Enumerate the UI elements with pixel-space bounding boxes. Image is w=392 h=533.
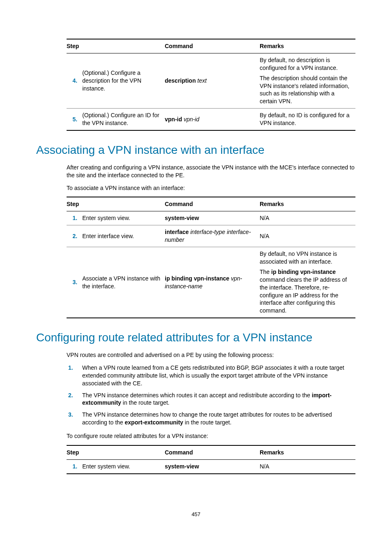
list-item: The VPN instance determines which routes… [80,392,356,407]
remarks-text: By default, no VPN instance is associate… [260,247,355,318]
table-route-attributes: Step Command Remarks 1. Enter system vie… [67,445,355,474]
command-text: vpn-id vpn-id [165,109,260,130]
list-item: When a VPN route learned from a CE gets … [80,364,356,387]
step-text: Associate a VPN instance with the interf… [82,247,165,318]
th-remarks: Remarks [260,197,355,211]
step-number: 2. [67,225,82,247]
heading-configuring-route-attr: Configuring route related attributes for… [36,330,356,345]
th-remarks: Remarks [260,445,355,459]
paragraph-lead: To associate a VPN instance with an inte… [67,184,356,192]
ordered-list-process: When a VPN route learned from a CE gets … [67,364,356,426]
remarks-text: By default, no ID is configured for a VP… [260,109,355,130]
step-number: 4. [67,53,82,108]
table-row: 3. Associate a VPN instance with the int… [67,247,355,318]
step-text: (Optional.) Configure a description for … [82,53,165,108]
remarks-text: N/A [260,459,355,473]
paragraph: After creating and configuring a VPN ins… [67,164,356,179]
list-item: The VPN instance determines how to chang… [80,411,356,426]
step-number: 1. [67,459,82,473]
page: Step Command Remarks 4. (Optional.) Conf… [0,0,392,533]
command-text: system-view [165,459,260,473]
page-number: 457 [0,511,392,518]
remarks-text: By default, no description is configured… [260,53,355,108]
remarks-text: N/A [260,225,355,247]
th-command: Command [165,197,260,211]
table-row: 1. Enter system view. system-view N/A [67,459,355,473]
th-remarks: Remarks [260,39,355,53]
command-text: description text [165,53,260,108]
step-number: 1. [67,211,82,225]
table-row: 1. Enter system view. system-view N/A [67,211,355,225]
command-text: ip binding vpn-instance vpn-instance-nam… [165,247,260,318]
th-command: Command [165,445,260,459]
table-associate-interface: Step Command Remarks 1. Enter system vie… [67,197,355,318]
th-step: Step [67,197,165,211]
th-command: Command [165,39,260,53]
remarks-text: N/A [260,211,355,225]
step-number: 3. [67,247,82,318]
step-text: (Optional.) Configure an ID for the VPN … [82,109,165,130]
th-step: Step [67,39,165,53]
paragraph-lead: To configure route related attributes fo… [67,432,356,440]
step-text: Enter system view. [82,211,165,225]
paragraph: VPN routes are controlled and advertised… [67,351,356,359]
step-text: Enter interface view. [82,225,165,247]
table-row: 4. (Optional.) Configure a description f… [67,53,355,108]
step-number: 5. [67,109,82,130]
command-text: system-view [165,211,260,225]
table-row: 5. (Optional.) Configure an ID for the V… [67,109,355,130]
command-text: interface interface-type interface-numbe… [165,225,260,247]
heading-associating-vpn: Associating a VPN instance with an inter… [36,142,356,158]
step-text: Enter system view. [82,459,165,473]
th-step: Step [67,445,165,459]
table-row: 2. Enter interface view. interface inter… [67,225,355,247]
table-vpn-instance-basic: Step Command Remarks 4. (Optional.) Conf… [67,39,355,131]
